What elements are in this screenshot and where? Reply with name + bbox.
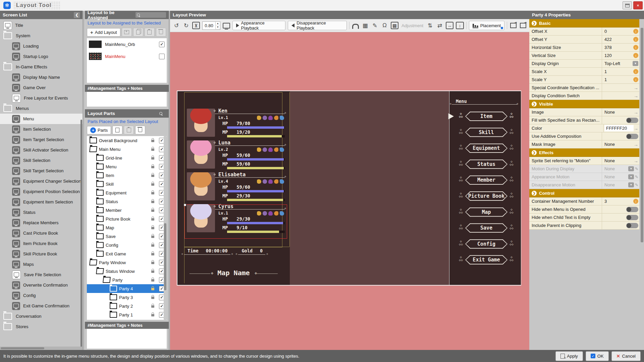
toggle-switch[interactable] — [626, 215, 638, 220]
lock-icon[interactable] — [151, 234, 154, 239]
section-header[interactable]: ❯ Basic — [529, 19, 639, 27]
toggle-switch[interactable] — [626, 118, 638, 123]
menu-button-row[interactable]: ◇◇◇ Exit Game ◇◇◇ — [449, 252, 521, 268]
menu-button-row[interactable]: ◇◇◇ Skill ◇◇◇ — [449, 125, 521, 141]
preview-canvas[interactable]: ◇Ken Lv.1 H — [170, 32, 529, 350]
party-member-row[interactable]: ◇Luna Lv.2 — [177, 140, 290, 172]
menu-button[interactable]: Exit Game — [465, 255, 507, 264]
copy-layout-button[interactable] — [133, 28, 143, 37]
screen-list-scrollbar[interactable] — [80, 120, 82, 347]
toggle-switch[interactable] — [626, 207, 638, 212]
pen-tool-button[interactable]: ✎ — [371, 21, 379, 30]
arrow-right-icon[interactable]: → — [634, 85, 638, 90]
lock-icon[interactable] — [151, 295, 154, 300]
tree-item[interactable]: Picture Book ✓ — [87, 215, 167, 223]
lock-icon[interactable] — [151, 138, 154, 143]
tree-item[interactable]: Save ✓ — [87, 232, 167, 241]
assign-tags-notes-area[interactable] — [87, 92, 167, 107]
party-member-row[interactable]: ◇Elisabeta Lv.4 — [177, 172, 290, 203]
add-layout-button[interactable]: +Add Layout — [87, 28, 120, 37]
parts-tags-notes-area[interactable] — [87, 329, 167, 349]
tree-item[interactable]: Party 4 ✓ — [87, 284, 167, 293]
delete-part-button[interactable] — [135, 126, 145, 134]
menu-button-row[interactable]: ◇◇◇ Member ◇◇◇ — [449, 172, 521, 188]
lock-icon[interactable] — [151, 182, 154, 187]
lock-icon[interactable] — [151, 225, 154, 230]
dropdown-pencil-icons[interactable]: ▼✎ — [628, 166, 638, 171]
export-all-button[interactable] — [519, 21, 527, 30]
screen-list-item[interactable]: Overwrite Confirmation — [0, 280, 83, 290]
appearance-playback-button[interactable]: Appearance Playback — [232, 21, 286, 30]
menu-button[interactable]: Config — [465, 239, 507, 249]
tree-item[interactable]: Party Window ✓ — [87, 258, 167, 267]
property-value[interactable]: 120 — [604, 53, 612, 58]
paste-layout-button[interactable] — [145, 28, 155, 37]
add-layout-folder-button[interactable] — [122, 28, 132, 37]
dock-window-button[interactable] — [623, 1, 632, 9]
copy-part-button[interactable] — [112, 126, 122, 134]
zoom-spin-arrows[interactable]: ▲▼ — [215, 22, 220, 29]
tree-item[interactable]: Status ✓ — [87, 197, 167, 206]
delete-layout-button[interactable] — [156, 28, 166, 37]
game-screen-preview[interactable]: ◇Ken Lv.1 H — [177, 90, 521, 286]
arrow-right-icon[interactable]: → — [634, 142, 638, 147]
property-value[interactable]: None — [604, 110, 615, 115]
screen-list-item[interactable]: Config — [0, 290, 83, 301]
spinner-icon[interactable]: ↕ — [633, 77, 638, 82]
lock-icon[interactable] — [151, 312, 154, 317]
screen-list-item[interactable]: Title — [0, 20, 83, 31]
menu-button[interactable]: Equipment — [465, 143, 507, 153]
undo-button[interactable]: ↺ — [173, 21, 180, 30]
property-value[interactable]: Top-Left — [604, 61, 620, 66]
menu-button[interactable]: Save — [465, 223, 507, 233]
property-value[interactable]: 422 — [604, 37, 612, 42]
tree-item[interactable]: Overall Background ✓ — [87, 136, 167, 145]
screen-list-item[interactable]: Free Layout for Events — [0, 93, 83, 103]
lock-icon[interactable] — [151, 173, 154, 178]
lock-icon[interactable] — [151, 260, 154, 265]
screen-list-item[interactable]: Skill Target Selection — [0, 166, 83, 176]
cancel-button[interactable]: ✕Cancel — [611, 351, 641, 361]
arrow-right-icon[interactable]: → — [634, 93, 638, 99]
disappearance-playback-button[interactable]: Disappearance Playback — [288, 21, 346, 30]
lock-icon[interactable] — [151, 147, 154, 152]
parts-panel-link[interactable]: Parts Placed on the Selected Layout — [85, 118, 169, 124]
tree-item[interactable]: Menu ✓ — [87, 162, 167, 171]
layout-box-button[interactable]: ▤ — [391, 22, 398, 29]
screen-list-item[interactable]: Replace Members — [0, 218, 83, 228]
swap-button[interactable]: ⇄ — [436, 21, 443, 30]
vertical-order-button[interactable]: ⇅ — [426, 21, 434, 30]
screen-list-item[interactable]: Item Target Selection — [0, 134, 83, 145]
lock-icon[interactable] — [151, 190, 154, 195]
screen-list-item[interactable]: Loading — [0, 41, 83, 51]
property-value[interactable]: 0 — [604, 29, 607, 34]
spinner-icon[interactable]: ↕ — [633, 53, 638, 58]
section-header[interactable]: ❯ Effects — [529, 148, 639, 157]
menu-button-row[interactable]: ◇◇◇ Item ◇◇◇ — [449, 109, 521, 125]
menu-button-row[interactable]: ◇◇◇ Picture Book ◇◇◇ — [449, 188, 521, 204]
screen-list-item[interactable]: Item Picture Book — [0, 238, 83, 249]
layout-list-item[interactable]: MainMenu ✓ — [87, 50, 167, 62]
menu-button-row[interactable]: ◇◇◇ Equipment ◇◇◇ — [449, 140, 521, 157]
redo-button[interactable]: ↻ — [182, 21, 190, 30]
tree-item[interactable]: Item ✓ — [87, 171, 167, 180]
vertical-fit-button[interactable]: ↕ — [456, 22, 464, 29]
spinner-icon[interactable]: ↕ — [633, 199, 638, 204]
screen-list-item[interactable]: Game Over — [0, 82, 83, 93]
tree-item[interactable]: Exit Game ✓ — [87, 249, 167, 258]
screen-list-item[interactable]: Item Selection — [0, 124, 83, 134]
menu-button-row[interactable]: ◇◇◇ Status ◇◇◇ — [449, 157, 521, 173]
screen-list-item[interactable]: Exit Game Confirmation — [0, 301, 83, 311]
spinner-icon[interactable]: ↕ — [633, 29, 638, 34]
dropdown-pencil-icons[interactable]: ▼✎ — [628, 174, 638, 179]
lock-icon[interactable] — [151, 243, 154, 248]
screen-list-item[interactable]: Equipment Changer Selection — [0, 176, 83, 186]
parts-search-button[interactable] — [158, 111, 166, 116]
selection-handle[interactable] — [184, 204, 186, 206]
lock-icon[interactable] — [151, 156, 154, 161]
tree-item[interactable]: Config ✓ — [87, 241, 167, 249]
lock-icon[interactable] — [151, 208, 154, 213]
screen-list-item[interactable]: Maps — [0, 259, 83, 269]
spinner-icon[interactable]: ↕ — [633, 37, 638, 42]
collapse-panel-button[interactable]: ❮ — [74, 12, 80, 18]
